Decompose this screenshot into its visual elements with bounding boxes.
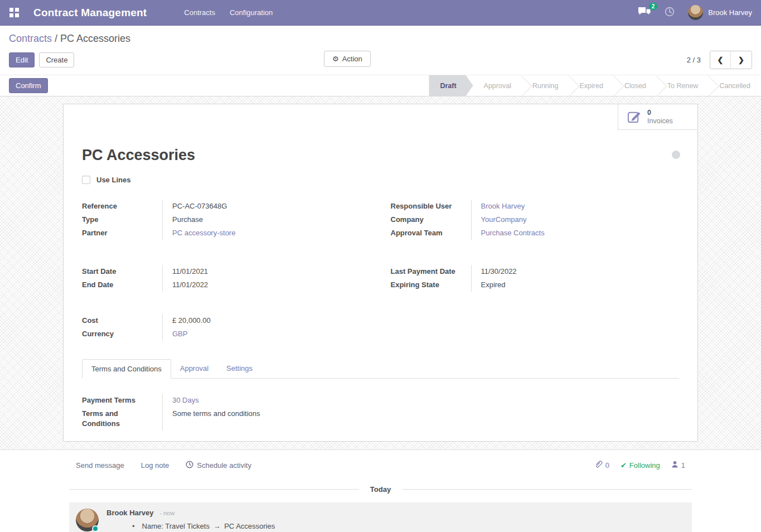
- statusbar: Confirm Draft Approval Running Expired C…: [0, 75, 761, 96]
- user-name: Brook Harvey: [708, 8, 752, 17]
- field-label-start-date: Start Date: [82, 265, 162, 278]
- field-label-approval-team: Approval Team: [391, 226, 471, 240]
- followers-button[interactable]: 1: [671, 461, 685, 470]
- confirm-button[interactable]: Confirm: [9, 78, 48, 93]
- message-time: - now: [159, 510, 175, 516]
- field-label-responsible-user: Responsible User: [391, 200, 471, 213]
- action-button[interactable]: ⚙Action: [324, 51, 371, 67]
- attachments-button[interactable]: 0: [594, 460, 609, 470]
- kanban-state-dot[interactable]: [672, 151, 680, 159]
- breadcrumb-separator: /: [55, 33, 57, 44]
- create-button[interactable]: Create: [39, 52, 74, 67]
- stage-draft[interactable]: Draft: [429, 75, 473, 96]
- tab-approval[interactable]: Approval: [171, 359, 217, 378]
- message-author[interactable]: Brook Harvey: [106, 509, 154, 517]
- followers-count: 1: [681, 461, 685, 470]
- stage-cancelled[interactable]: Cancelled: [709, 75, 761, 96]
- field-label-cost: Cost: [82, 314, 162, 327]
- following-button[interactable]: ✔ Following: [621, 461, 660, 470]
- field-label-last-payment-date: Last Payment Date: [391, 265, 471, 278]
- user-avatar: [688, 5, 703, 20]
- stage-expired[interactable]: Expired: [569, 75, 614, 96]
- gear-icon: ⚙: [332, 55, 339, 63]
- use-lines-label: Use Lines: [96, 176, 130, 184]
- schedule-activity-button[interactable]: Schedule activity: [186, 461, 251, 470]
- field-value-end-date: 11/01/2022: [162, 278, 371, 292]
- stage-approval[interactable]: Approval: [473, 75, 522, 96]
- paperclip-icon: [594, 460, 603, 470]
- person-icon: [671, 461, 678, 470]
- field-label-type: Type: [82, 213, 162, 226]
- record-title: PC Accessories: [82, 147, 679, 164]
- field-value-company-link[interactable]: YourCompany: [471, 213, 680, 226]
- field-label-partner: Partner: [82, 226, 162, 240]
- field-value-responsible-user-link[interactable]: Brook Harvey: [471, 200, 680, 213]
- field-group-dates-left: Start Date 11/01/2021 End Date 11/01/202…: [82, 265, 371, 292]
- user-menu[interactable]: Brook Harvey: [688, 5, 752, 20]
- attachments-count: 0: [605, 461, 609, 470]
- chatter: Send message Log note Schedule activity: [0, 449, 761, 532]
- top-navbar: Contract Management Contracts Configurat…: [0, 0, 761, 26]
- clock-icon: [186, 461, 193, 470]
- check-icon: ✔: [621, 461, 627, 470]
- date-divider: Today: [69, 485, 692, 494]
- schedule-activity-label: Schedule activity: [197, 461, 251, 470]
- stage-running[interactable]: Running: [522, 75, 569, 96]
- stage-to-renew[interactable]: To Renew: [657, 75, 709, 96]
- online-status-dot: [92, 525, 99, 532]
- date-divider-label: Today: [359, 485, 402, 494]
- send-message-button[interactable]: Send message: [76, 461, 124, 470]
- invoices-stat-button[interactable]: 0 Invoices: [618, 104, 697, 130]
- field-group-terms: Payment Terms 30 Days Terms and Conditio…: [82, 394, 371, 431]
- pager-value: 2 / 3: [687, 56, 701, 64]
- message-avatar: [76, 509, 99, 531]
- field-label-expiring-state: Expiring State: [391, 278, 471, 292]
- following-label: Following: [629, 461, 660, 470]
- stage-closed[interactable]: Closed: [614, 75, 657, 96]
- field-group-cost: Cost £ 20,000.00 Currency GBP: [82, 314, 371, 341]
- field-group-main-left: Reference PC-AC-073648G Type Purchase Pa…: [82, 200, 371, 240]
- stage-pipeline: Draft Approval Running Expired Closed To…: [429, 75, 761, 96]
- messages-menu[interactable]: 2: [638, 7, 651, 19]
- chatter-message: Brook Harvey - now •Name: Travel Tickets…: [69, 502, 692, 532]
- field-value-type: Purchase: [162, 213, 371, 226]
- field-value-currency-link[interactable]: GBP: [162, 327, 371, 341]
- edit-button[interactable]: Edit: [9, 52, 35, 67]
- field-value-payment-terms-link[interactable]: 30 Days: [162, 394, 371, 407]
- log-note-button[interactable]: Log note: [141, 461, 169, 470]
- app-title: Contract Management: [33, 7, 147, 19]
- breadcrumb-parent[interactable]: Contracts: [9, 33, 52, 44]
- field-label-company: Company: [391, 213, 471, 226]
- action-button-label: Action: [342, 55, 362, 63]
- bullet-icon: •: [132, 522, 135, 530]
- field-value-reference: PC-AC-073648G: [162, 200, 371, 213]
- control-panel: Edit Create ⚙Action 2 / 3 ❮ ❯: [0, 47, 761, 75]
- field-group-dates-right: Last Payment Date 11/30/2022 Expiring St…: [391, 265, 680, 292]
- tab-settings[interactable]: Settings: [217, 359, 261, 378]
- pager-next-button[interactable]: ❯: [731, 51, 752, 69]
- field-group-main-right: Responsible User Brook Harvey Company Yo…: [391, 200, 680, 240]
- field-label-payment-terms: Payment Terms: [82, 394, 162, 407]
- chevron-left-icon: ❮: [718, 56, 724, 64]
- field-label-reference: Reference: [82, 200, 162, 213]
- field-value-start-date: 11/01/2021: [162, 265, 371, 278]
- notebook-tabs: Terms and Conditions Approval Settings: [82, 359, 679, 379]
- tracking-field: Name:: [142, 522, 163, 530]
- pager-previous-button[interactable]: ❮: [710, 51, 731, 69]
- field-value-last-payment-date: 11/30/2022: [471, 265, 680, 278]
- activities-clock-icon[interactable]: [665, 7, 675, 18]
- use-lines-checkbox[interactable]: [82, 176, 90, 184]
- field-value-partner-link[interactable]: PC accessory-store: [162, 226, 371, 240]
- field-value-approval-team-link[interactable]: Purchase Contracts: [471, 226, 680, 240]
- apps-menu-icon[interactable]: [5, 3, 23, 22]
- breadcrumb-current: PC Accessories: [60, 33, 130, 44]
- field-label-currency: Currency: [82, 327, 162, 341]
- menu-contracts[interactable]: Contracts: [177, 0, 222, 26]
- field-value-expiring-state: Expired: [471, 278, 680, 292]
- breadcrumb: Contracts / PC Accessories: [0, 26, 761, 47]
- form-sheet: 0 Invoices PC Accessories Use Lines Refe…: [63, 104, 698, 442]
- menu-configuration[interactable]: Configuration: [222, 0, 280, 26]
- tab-terms-and-conditions[interactable]: Terms and Conditions: [82, 359, 171, 379]
- field-value-cost: £ 20,000.00: [162, 314, 371, 327]
- tracking-change: •Name: Travel Tickets → PC Accessories: [106, 522, 275, 530]
